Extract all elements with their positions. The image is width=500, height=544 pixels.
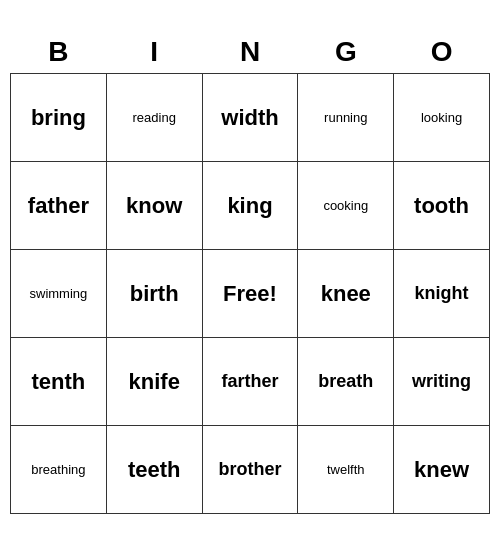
bingo-cell: father	[11, 162, 107, 250]
bingo-cell: Free!	[202, 250, 298, 338]
bingo-cell: knight	[394, 250, 490, 338]
bingo-cell: breath	[298, 338, 394, 426]
bingo-card: BINGO bringreadingwidthrunninglookingfat…	[10, 30, 490, 515]
bingo-cell: swimming	[11, 250, 107, 338]
bingo-header-cell: O	[394, 30, 490, 74]
bingo-header-cell: N	[202, 30, 298, 74]
bingo-cell: breathing	[11, 426, 107, 514]
bingo-row: breathingteethbrothertwelfthknew	[11, 426, 490, 514]
bingo-row: bringreadingwidthrunninglooking	[11, 74, 490, 162]
bingo-cell: twelfth	[298, 426, 394, 514]
bingo-row: fatherknowkingcookingtooth	[11, 162, 490, 250]
bingo-cell: knee	[298, 250, 394, 338]
bingo-header-cell: G	[298, 30, 394, 74]
bingo-cell: knew	[394, 426, 490, 514]
bingo-cell: know	[106, 162, 202, 250]
bingo-cell: running	[298, 74, 394, 162]
bingo-cell: tenth	[11, 338, 107, 426]
bingo-cell: teeth	[106, 426, 202, 514]
bingo-cell: brother	[202, 426, 298, 514]
bingo-cell: width	[202, 74, 298, 162]
bingo-header-cell: B	[11, 30, 107, 74]
bingo-row: swimmingbirthFree!kneeknight	[11, 250, 490, 338]
bingo-cell: bring	[11, 74, 107, 162]
bingo-row: tenthknifefartherbreathwriting	[11, 338, 490, 426]
bingo-cell: writing	[394, 338, 490, 426]
bingo-cell: knife	[106, 338, 202, 426]
bingo-cell: reading	[106, 74, 202, 162]
bingo-cell: looking	[394, 74, 490, 162]
bingo-cell: cooking	[298, 162, 394, 250]
bingo-cell: birth	[106, 250, 202, 338]
bingo-cell: king	[202, 162, 298, 250]
bingo-header-row: BINGO	[11, 30, 490, 74]
bingo-cell: farther	[202, 338, 298, 426]
bingo-header-cell: I	[106, 30, 202, 74]
bingo-cell: tooth	[394, 162, 490, 250]
